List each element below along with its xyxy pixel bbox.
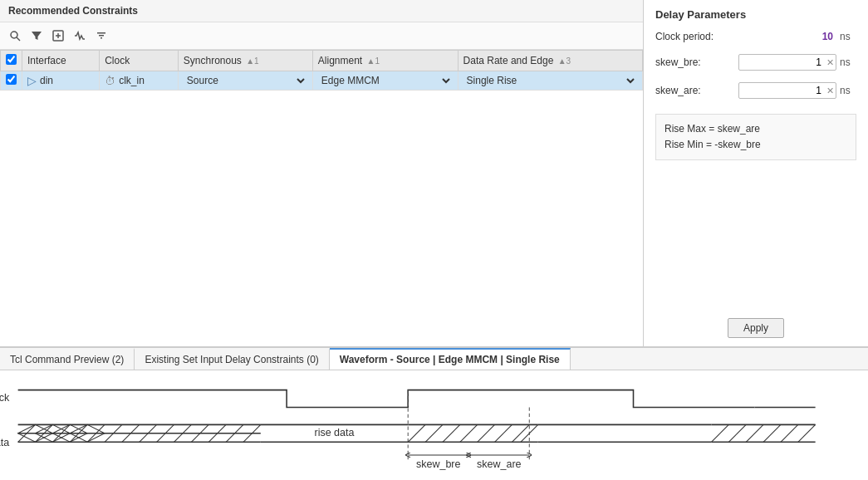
svg-line-29 — [425, 424, 443, 442]
left-panel: Recommended Constraints — [0, 0, 644, 346]
delay-params-title: Delay Parameters — [655, 8, 856, 21]
waveform-area: input clock data — [0, 370, 868, 480]
formula-box: Rise Max = skew_are Rise Min = -skew_bre — [655, 114, 856, 160]
svg-line-34 — [512, 424, 529, 442]
svg-line-41 — [763, 424, 781, 442]
col-interface: Interface — [22, 51, 100, 71]
svg-line-32 — [478, 424, 495, 442]
skew-bre-row: skew_bre: ✕ ns — [655, 54, 856, 71]
row-datarate[interactable]: Single Rise Single Fall Double — [458, 71, 642, 91]
clock-period-unit: ns — [840, 31, 856, 42]
skew-are-label: skew_are: — [655, 85, 738, 96]
data-mid-hatch — [408, 424, 538, 442]
tab-tcl-preview[interactable]: Tcl Command Preview (2) — [0, 348, 135, 370]
apply-row: Apply — [655, 310, 856, 338]
clock-period-label: Clock period: — [655, 31, 738, 42]
port-icon: ▷ — [27, 74, 37, 87]
col-synchronous: Synchronous ▲1 — [178, 51, 312, 71]
svg-line-28 — [408, 424, 425, 442]
skew-are-row: skew_are: ✕ ns — [655, 82, 856, 99]
skew-are-unit: ns — [840, 85, 856, 96]
skew-are-input[interactable] — [739, 83, 825, 98]
select-all-checkbox[interactable] — [6, 54, 17, 65]
add-button[interactable] — [48, 26, 68, 46]
top-section: Recommended Constraints — [0, 0, 868, 347]
svg-line-40 — [746, 424, 763, 442]
skew-bre-input[interactable] — [739, 55, 825, 70]
row-checkbox-cell — [1, 71, 22, 91]
constraints-table: Interface Clock Synchronous ▲1 Alignment — [0, 50, 643, 91]
svg-line-33 — [495, 424, 512, 442]
svg-line-31 — [460, 424, 478, 442]
alignment-select[interactable]: Edge MMCM Center MMCM Edge — [318, 74, 453, 87]
panel-title: Recommended Constraints — [0, 0, 643, 22]
datarate-select[interactable]: Single Rise Single Fall Double — [463, 74, 637, 87]
skew-bre-unit: ns — [840, 56, 856, 68]
tab-existing-constraints[interactable]: Existing Set Input Delay Constraints (0) — [135, 348, 329, 370]
options-button[interactable] — [91, 26, 111, 46]
rise-data-label: rise data — [314, 427, 354, 438]
waveform-svg: input clock data — [0, 377, 868, 477]
table-row[interactable]: ▷ din ⏱ clk_in — [1, 71, 643, 91]
row-synchronous[interactable]: Source Destination Both — [178, 71, 312, 91]
clock-period-row: Clock period: 10 ns — [655, 31, 856, 42]
svg-line-39 — [728, 424, 746, 442]
clock-period-value: 10 — [738, 31, 836, 42]
row-alignment[interactable]: Edge MMCM Center MMCM Edge — [312, 71, 458, 91]
skew-bre-label: skew_bre: — [655, 56, 738, 68]
synchronous-select[interactable]: Source Destination Both — [184, 74, 307, 87]
row-checkbox[interactable] — [6, 74, 17, 85]
main-container: Recommended Constraints — [0, 0, 868, 480]
svg-point-0 — [11, 32, 17, 38]
svg-line-1 — [17, 37, 20, 41]
data-left-hatch — [18, 424, 261, 442]
svg-line-30 — [443, 424, 460, 442]
clock-waveform — [18, 390, 755, 408]
toolbar — [0, 22, 643, 50]
skew-are-clear-btn[interactable]: ✕ — [825, 86, 836, 96]
skew-are-text: skew_are — [477, 458, 522, 470]
search-button[interactable] — [5, 26, 25, 46]
right-panel: Delay Parameters Clock period: 10 ns ske… — [644, 0, 868, 346]
formula-2: Rise Min = -skew_bre — [664, 137, 847, 153]
filter-button[interactable] — [27, 26, 47, 46]
tab-waveform[interactable]: Waveform - Source | Edge MMCM | Single R… — [330, 348, 571, 370]
col-clock: Clock — [100, 51, 179, 71]
constraints-table-container: Interface Clock Synchronous ▲1 Alignment — [0, 50, 643, 346]
skew-bre-clear-btn[interactable]: ✕ — [825, 58, 836, 67]
skew-are-input-wrapper: ✕ — [738, 82, 836, 99]
bottom-section: Tcl Command Preview (2) Existing Set Inp… — [0, 347, 868, 480]
svg-line-43 — [798, 424, 816, 442]
skew-bre-input-wrapper: ✕ — [738, 54, 836, 71]
skew-bre-text: skew_bre — [416, 458, 461, 470]
data-label: data — [0, 437, 9, 448]
row-interface: ▷ din — [22, 71, 100, 91]
col-datarate: Data Rate and Edge ▲3 — [458, 51, 642, 71]
apply-button[interactable]: Apply — [728, 318, 784, 338]
select-all-header — [1, 51, 22, 71]
input-clock-label: input clock — [0, 392, 10, 404]
waveform-button[interactable] — [70, 26, 90, 46]
data-right-hatch — [711, 424, 815, 442]
col-alignment: Alignment ▲1 — [312, 51, 458, 71]
svg-line-42 — [781, 424, 798, 442]
formula-1: Rise Max = skew_are — [664, 121, 847, 137]
svg-line-38 — [711, 424, 728, 442]
clock-icon: ⏱ — [105, 75, 115, 87]
row-clock: ⏱ clk_in — [100, 71, 179, 91]
tabs-bar: Tcl Command Preview (2) Existing Set Inp… — [0, 348, 868, 370]
